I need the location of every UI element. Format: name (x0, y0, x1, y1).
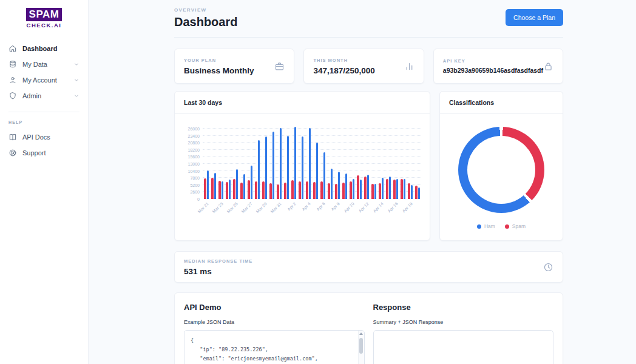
ham-bar (272, 132, 275, 199)
bar-group-apr-12: Apr 12 (363, 129, 370, 199)
y-axis-tick-label: 26000 (179, 127, 200, 131)
code-scrollbar[interactable] (358, 331, 364, 364)
bar-group-apr-19 (414, 129, 421, 199)
spam-bar (386, 179, 388, 199)
bar-group-apr-11 (356, 129, 363, 199)
y-axis-tick-label: 5200 (179, 183, 200, 187)
header-divider (174, 37, 563, 38)
ham-bar (243, 174, 246, 199)
stat-value: 347,187/250,000 (313, 66, 374, 75)
example-json-code[interactable]: { "ip": "89.22.235.226", "email": "ericj… (184, 331, 358, 364)
bar-group-mar-23: Mar 23 (217, 129, 225, 199)
scrollbar-thumb[interactable] (359, 338, 363, 354)
app-logo: SPAM CHECK.AI (0, 8, 88, 29)
ham-bar (367, 175, 370, 199)
bar-group-apr-7 (326, 129, 334, 199)
ham-bar (345, 174, 348, 199)
database-icon (8, 60, 17, 69)
spam-bar (248, 180, 250, 199)
bar-group-apr-1 (283, 129, 290, 199)
sidebar-item-api-docs[interactable]: API Docs (0, 129, 88, 145)
breadcrumb: OVERVIEW (174, 7, 237, 13)
stat-card-this-month: THIS MONTH347,187/250,000 (303, 49, 424, 84)
y-axis-tick-label: 15600 (179, 155, 200, 159)
median-value: 531 ms (184, 267, 252, 276)
lock-icon (543, 61, 553, 72)
logo-check-text: CHECK.AI (0, 22, 88, 29)
median-label: MEDIAN RESPONSE TIME (184, 258, 252, 264)
sidebar-item-label: Support (22, 149, 46, 157)
spam-bar (211, 178, 214, 199)
ham-bar (214, 173, 217, 199)
legend-item-spam[interactable]: Spam (505, 223, 526, 229)
stats-row: YOUR PLANBusiness MonthlyTHIS MONTH347,1… (174, 49, 563, 84)
legend-label: Spam (512, 223, 526, 229)
stat-label: API KEY (443, 58, 543, 64)
example-json-label: Example JSON Data (184, 319, 365, 325)
ham-bar (338, 172, 340, 200)
chevron-down-icon (73, 77, 80, 83)
logo-spam-text: SPAM (26, 8, 63, 21)
stat-label: THIS MONTH (313, 58, 374, 63)
spam-bar (262, 181, 265, 199)
spam-bar (255, 181, 257, 199)
spam-bar (218, 181, 221, 199)
spam-bar (277, 184, 279, 199)
ham-bar (294, 127, 297, 199)
legend-dot (477, 224, 481, 229)
sidebar-item-my-account[interactable]: My Account (0, 72, 88, 88)
legend-dot (505, 224, 509, 229)
shield-icon (8, 92, 17, 100)
spam-bar (393, 180, 396, 199)
sidebar-item-my-data[interactable]: My Data (0, 56, 88, 72)
legend-item-ham[interactable]: Ham (477, 223, 495, 229)
sidebar-item-admin[interactable]: Admin (0, 88, 88, 104)
median-response-card: MEDIAN RESPONSE TIME 531 ms (174, 251, 563, 283)
donut-legend: HamSpam (477, 223, 526, 229)
spam-bar (233, 179, 235, 199)
bar-group-apr-6: Apr 6 (319, 129, 326, 199)
ham-bar (287, 136, 289, 199)
ham-bar (302, 136, 304, 199)
bar-group-mar-22 (210, 129, 217, 199)
y-axis-tick-label: 2600 (179, 190, 200, 194)
sidebar-item-support[interactable]: Support (0, 145, 88, 161)
ham-bar (280, 128, 282, 199)
y-axis-tick-label: 18200 (179, 148, 200, 152)
sidebar-divider (8, 112, 80, 112)
bar-group-apr-8: Apr 8 (334, 129, 341, 199)
support-icon (8, 149, 17, 157)
bar-group-mar-28 (254, 129, 261, 199)
bar-group-mar-24 (225, 129, 232, 199)
ham-bar (331, 169, 333, 199)
ham-bar (396, 179, 399, 199)
y-axis-tick-label: 10400 (179, 169, 200, 174)
sidebar-item-dashboard[interactable]: Dashboard (0, 41, 88, 56)
example-json-input[interactable]: { "ip": "89.22.235.226", "email": "ericj… (184, 330, 365, 364)
ham-bar (258, 140, 260, 199)
bar-chart-plot: 0260052007800104001300015600182002080023… (203, 129, 421, 199)
choose-plan-button[interactable]: Choose a Plan (506, 9, 563, 26)
sidebar-item-label: Admin (22, 92, 41, 99)
y-axis-tick-label: 20800 (179, 141, 200, 145)
bar-group-apr-15 (385, 129, 392, 199)
page-header: OVERVIEW Dashboard Choose a Plan (174, 7, 563, 29)
donut-chart-body: HamSpam (440, 114, 563, 240)
bar-group-mar-25: Mar 25 (232, 129, 239, 199)
spam-bar (299, 181, 301, 199)
ham-bar (323, 152, 326, 199)
ham-bar (382, 178, 384, 199)
spam-bar (408, 183, 410, 199)
stat-value: a93b293a90659b146asdfasdfasdf (443, 67, 543, 74)
ham-bar (411, 185, 413, 199)
ham-bar (360, 180, 362, 199)
spam-bar (204, 178, 206, 199)
main-content: OVERVIEW Dashboard Choose a Plan YOUR PL… (89, 0, 636, 364)
spam-bar (379, 183, 381, 199)
bar-group-mar-31: Mar 31 (276, 129, 283, 199)
bar-group-mar-27: Mar 27 (246, 129, 254, 199)
sidebar-nav: DashboardMy DataMy AccountAdmin (0, 41, 88, 104)
spam-bar (401, 179, 403, 199)
scrollbar-up-arrow-icon[interactable] (359, 332, 363, 335)
stat-label: YOUR PLAN (184, 58, 254, 63)
